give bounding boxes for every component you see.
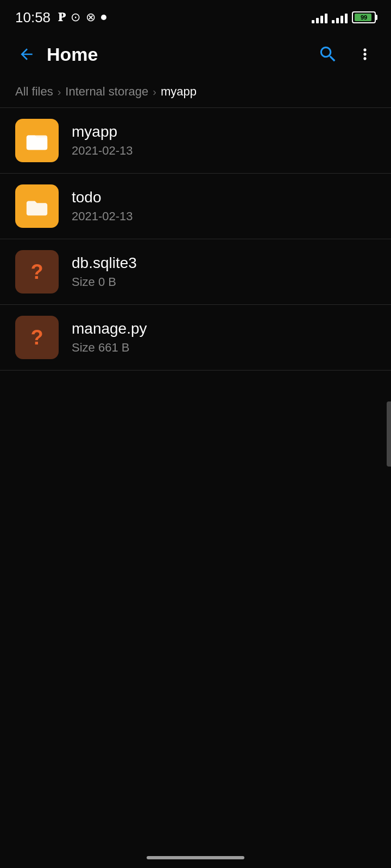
file-meta-managepy: Size 661 B — [72, 341, 376, 355]
status-bar: 10:58 𝐏 ⊙ ⊗ 99 — [0, 0, 391, 33]
status-icons-notification: 𝐏 ⊙ ⊗ — [58, 10, 106, 24]
list-item[interactable]: myapp 2021-02-13 — [0, 108, 391, 173]
breadcrumb-current: myapp — [161, 85, 197, 99]
breadcrumb-chevron-1: › — [58, 86, 61, 98]
page-title: Home — [47, 44, 315, 65]
battery-indicator: 99 — [352, 11, 376, 23]
status-bar-left: 10:58 𝐏 ⊙ ⊗ — [15, 9, 106, 26]
search-button[interactable] — [315, 41, 341, 67]
messenger-icon: ⊗ — [86, 10, 96, 24]
breadcrumb: All files › Internal storage › myapp — [0, 76, 391, 107]
signal-icon-2 — [332, 11, 348, 23]
file-name-sqlite: db.sqlite3 — [72, 254, 376, 272]
file-name-todo: todo — [72, 189, 376, 206]
folder-icon-todo — [15, 184, 59, 228]
more-options-button[interactable] — [352, 41, 378, 67]
file-info-todo: todo 2021-02-13 — [72, 189, 376, 224]
list-item[interactable]: todo 2021-02-13 — [0, 174, 391, 239]
file-meta-myapp: 2021-02-13 — [72, 144, 376, 158]
file-icon-managepy: ? — [15, 316, 59, 359]
file-list: myapp 2021-02-13 todo 2021-02-13 ? db.sq… — [0, 108, 391, 371]
battery-tip — [375, 15, 377, 20]
file-meta-sqlite: Size 0 B — [72, 275, 376, 289]
parking-icon: 𝐏 — [58, 10, 65, 24]
unknown-file-icon-2: ? — [30, 326, 43, 349]
file-info-sqlite: db.sqlite3 Size 0 B — [72, 254, 376, 289]
breadcrumb-chevron-2: › — [153, 86, 156, 98]
scroll-indicator[interactable] — [387, 401, 391, 467]
back-button[interactable] — [13, 41, 40, 68]
status-icons-right: 99 — [312, 11, 376, 23]
breadcrumb-all-files[interactable]: All files — [15, 85, 53, 99]
folder-icon-myapp — [15, 119, 59, 162]
battery-text: 99 — [361, 14, 367, 21]
more-vert-icon — [356, 46, 374, 63]
divider-4 — [0, 370, 391, 371]
file-name-managepy: manage.py — [72, 320, 376, 337]
folder-svg-myapp — [24, 128, 49, 153]
folder-svg-todo — [24, 194, 49, 219]
list-item[interactable]: ? manage.py Size 661 B — [0, 305, 391, 370]
app-bar: Home — [0, 33, 391, 76]
notification-dot — [101, 15, 106, 20]
list-item[interactable]: ? db.sqlite3 Size 0 B — [0, 239, 391, 304]
breadcrumb-internal-storage[interactable]: Internal storage — [65, 85, 148, 99]
back-arrow-icon — [18, 46, 35, 63]
whatsapp-icon: ⊙ — [71, 10, 80, 24]
file-info-managepy: manage.py Size 661 B — [72, 320, 376, 355]
app-bar-actions — [315, 41, 378, 67]
file-name-myapp: myapp — [72, 123, 376, 141]
home-indicator[interactable] — [147, 856, 244, 859]
unknown-file-icon: ? — [30, 260, 43, 284]
file-info-myapp: myapp 2021-02-13 — [72, 123, 376, 158]
file-icon-sqlite: ? — [15, 250, 59, 293]
status-time: 10:58 — [15, 9, 51, 26]
file-meta-todo: 2021-02-13 — [72, 209, 376, 224]
search-icon — [318, 44, 338, 65]
signal-icon-1 — [312, 11, 327, 23]
